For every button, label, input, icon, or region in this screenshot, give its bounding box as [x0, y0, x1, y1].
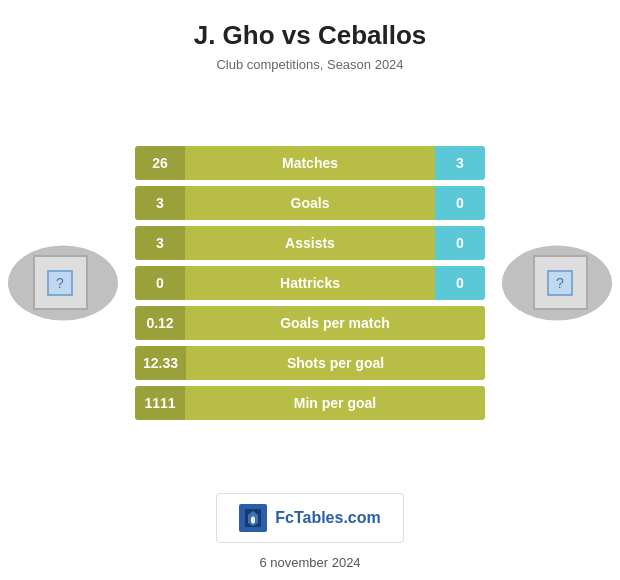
logo-tables: Tables.com	[294, 509, 381, 526]
stat-label-6: Min per goal	[185, 386, 485, 420]
stat-label-5: Shots per goal	[186, 346, 485, 380]
fctables-logo: FcTables.com	[216, 493, 404, 543]
logo-icon	[239, 504, 267, 532]
page-title: J. Gho vs Ceballos	[194, 20, 427, 51]
svg-text:?: ?	[56, 275, 64, 291]
stat-row-6: 1111Min per goal	[135, 386, 485, 420]
stat-right-val-3: 0	[435, 266, 485, 300]
footer-date: 6 november 2024	[259, 555, 360, 570]
stat-left-val-0: 26	[135, 146, 185, 180]
logo-fc: Fc	[275, 509, 294, 526]
card: J. Gho vs Ceballos Club competitions, Se…	[0, 0, 620, 580]
stat-row-3: 0Hattricks0	[135, 266, 485, 300]
player-right-image: ?	[533, 255, 588, 310]
stat-right-val-0: 3	[435, 146, 485, 180]
stat-label-0: Matches	[185, 146, 435, 180]
stat-left-val-2: 3	[135, 226, 185, 260]
stat-row-2: 3Assists0	[135, 226, 485, 260]
stat-label-2: Assists	[185, 226, 435, 260]
stat-left-val-1: 3	[135, 186, 185, 220]
stat-left-val-6: 1111	[135, 386, 185, 420]
stat-row-0: 26Matches3	[135, 146, 485, 180]
stats-table: 26Matches33Goals03Assists00Hattricks00.1…	[135, 146, 485, 420]
avatar-left: ?	[15, 238, 105, 328]
stats-section: ? ? 26Matches33Goals03Assists00Hattricks…	[0, 90, 620, 475]
stat-right-val-1: 0	[435, 186, 485, 220]
stat-label-1: Goals	[185, 186, 435, 220]
stat-right-val-2: 0	[435, 226, 485, 260]
page-subtitle: Club competitions, Season 2024	[216, 57, 403, 72]
stat-row-5: 12.33Shots per goal	[135, 346, 485, 380]
stat-left-val-3: 0	[135, 266, 185, 300]
stat-label-4: Goals per match	[185, 306, 485, 340]
stat-row-4: 0.12Goals per match	[135, 306, 485, 340]
stat-left-val-5: 12.33	[135, 346, 186, 380]
stat-label-3: Hattricks	[185, 266, 435, 300]
stat-left-val-4: 0.12	[135, 306, 185, 340]
stat-row-1: 3Goals0	[135, 186, 485, 220]
logo-text: FcTables.com	[275, 509, 381, 527]
player-left-image: ?	[33, 255, 88, 310]
avatar-right: ?	[515, 238, 605, 328]
svg-text:?: ?	[556, 275, 564, 291]
